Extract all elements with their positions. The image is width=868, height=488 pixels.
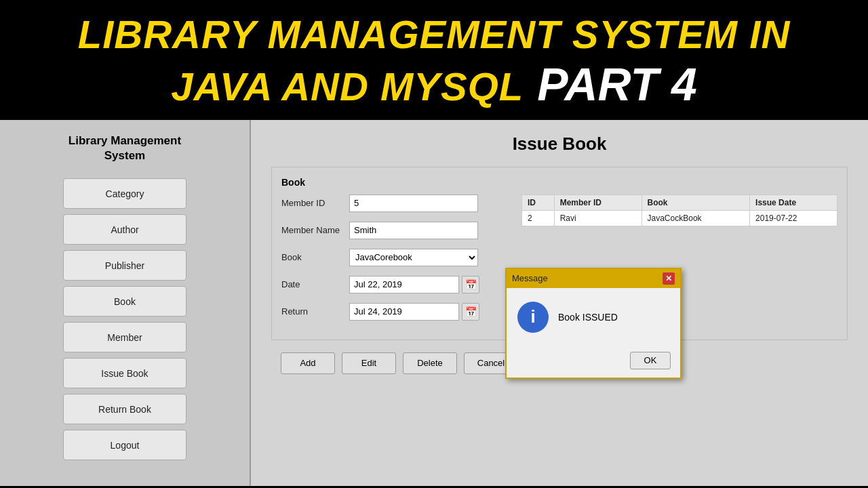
modal-message: Book ISSUED — [558, 312, 618, 323]
date-calendar-button[interactable]: 📅 — [462, 276, 479, 293]
member-id-input[interactable] — [349, 195, 478, 212]
sidebar-item-book[interactable]: Book — [63, 286, 186, 317]
date-input[interactable] — [349, 276, 459, 293]
ok-button[interactable]: OK — [630, 352, 671, 369]
sidebar-item-return-book[interactable]: Return Book — [63, 394, 186, 424]
message-dialog: Message ✕ i Book ISSUED OK — [505, 268, 682, 379]
member-name-input[interactable] — [349, 222, 478, 239]
book-select[interactable]: JavaCorebook — [349, 249, 478, 266]
modal-footer: OK — [507, 346, 680, 378]
cell-id: 2 — [522, 210, 555, 226]
modal-header: Message ✕ — [507, 269, 680, 288]
page-title: Issue Book — [271, 134, 848, 155]
banner-line2: JAVA AND MYSQL — [171, 64, 524, 110]
return-label: Return — [281, 306, 349, 317]
issue-table: ID Member ID Book Issue Date 2 Ravi Java… — [521, 195, 837, 226]
cell-issue-date: 2019-07-22 — [750, 210, 837, 226]
modal-title: Message — [512, 273, 548, 283]
top-banner: LIBRARY MANAGEMENT SYSTEM IN JAVA AND MY… — [0, 0, 868, 120]
sidebar-title: Library ManagementSystem — [68, 134, 181, 163]
sidebar-item-member[interactable]: Member — [63, 322, 186, 352]
table-row[interactable]: 2 Ravi JavaCockBook 2019-07-22 — [522, 210, 837, 226]
sidebar-item-logout[interactable]: Logout — [63, 430, 186, 460]
sidebar-item-publisher[interactable]: Publisher — [63, 250, 186, 281]
sidebar-item-category[interactable]: Category — [63, 178, 186, 209]
main-content: Issue Book Book Member ID Member Name Bo… — [251, 120, 868, 486]
cell-member-id: Ravi — [554, 210, 642, 226]
banner-part: PART 4 — [537, 58, 697, 110]
sidebar: Library ManagementSystem Category Author… — [0, 120, 251, 486]
member-name-row: Member Name — [281, 222, 512, 239]
info-icon: i — [517, 302, 549, 333]
modal-close-button[interactable]: ✕ — [663, 272, 675, 285]
member-id-row: Member ID — [281, 195, 512, 212]
col-id: ID — [522, 195, 555, 210]
date-label: Date — [281, 279, 349, 289]
form-section: Member ID Member Name Book JavaCorebook — [281, 195, 512, 330]
return-input[interactable] — [349, 303, 459, 321]
book-row: Book JavaCorebook — [281, 249, 512, 266]
app-area: Library ManagementSystem Category Author… — [0, 120, 868, 486]
book-label: Book — [281, 252, 349, 262]
member-id-label: Member ID — [281, 198, 349, 208]
return-wrapper: 📅 — [349, 303, 479, 321]
member-name-label: Member Name — [281, 225, 349, 235]
return-row: Return 📅 — [281, 303, 512, 321]
sidebar-item-issue-book[interactable]: Issue Book — [63, 358, 186, 388]
col-member-id: Member ID — [554, 195, 642, 210]
table-header-row: ID Member ID Book Issue Date — [522, 195, 837, 210]
banner-line1: LIBRARY MANAGEMENT SYSTEM IN — [7, 12, 861, 58]
sidebar-item-author[interactable]: Author — [63, 214, 186, 245]
date-row: Date 📅 — [281, 276, 512, 293]
book-panel-title: Book — [281, 177, 837, 188]
modal-body: i Book ISSUED — [507, 288, 680, 346]
col-issue-date: Issue Date — [750, 195, 837, 210]
col-book: Book — [642, 195, 750, 210]
cell-book: JavaCockBook — [642, 210, 750, 226]
add-button[interactable]: Add — [281, 352, 335, 374]
date-wrapper: 📅 — [349, 276, 479, 293]
return-calendar-button[interactable]: 📅 — [462, 303, 479, 321]
edit-button[interactable]: Edit — [342, 352, 396, 374]
delete-button[interactable]: Delete — [403, 352, 457, 374]
